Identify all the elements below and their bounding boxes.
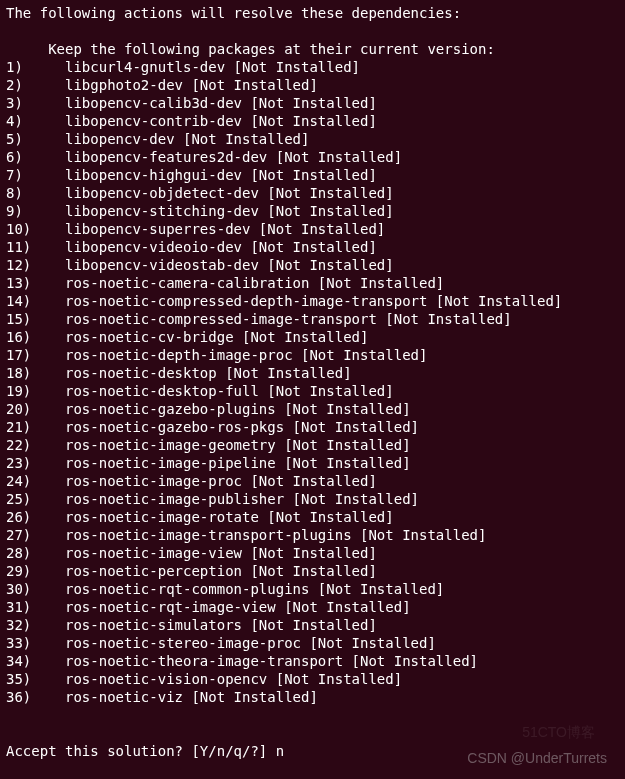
- watermark-blog: 51CTO博客: [522, 723, 595, 741]
- package-line: 8) libopencv-objdetect-dev [Not Installe…: [6, 184, 619, 202]
- terminal-output: The following actions will resolve these…: [6, 4, 619, 706]
- package-line: 6) libopencv-features2d-dev [Not Install…: [6, 148, 619, 166]
- package-line: 27) ros-noetic-image-transport-plugins […: [6, 526, 619, 544]
- package-line: 19) ros-noetic-desktop-full [Not Install…: [6, 382, 619, 400]
- package-line: 30) ros-noetic-rqt-common-plugins [Not I…: [6, 580, 619, 598]
- package-line: 26) ros-noetic-image-rotate [Not Install…: [6, 508, 619, 526]
- blank-line: [6, 22, 619, 40]
- package-line: 22) ros-noetic-image-geometry [Not Insta…: [6, 436, 619, 454]
- package-line: 23) ros-noetic-image-pipeline [Not Insta…: [6, 454, 619, 472]
- package-line: 3) libopencv-calib3d-dev [Not Installed]: [6, 94, 619, 112]
- package-line: 31) ros-noetic-rqt-image-view [Not Insta…: [6, 598, 619, 616]
- package-line: 9) libopencv-stitching-dev [Not Installe…: [6, 202, 619, 220]
- package-line: 1) libcurl4-gnutls-dev [Not Installed]: [6, 58, 619, 76]
- package-line: 12) libopencv-videostab-dev [Not Install…: [6, 256, 619, 274]
- package-line: 29) ros-noetic-perception [Not Installed…: [6, 562, 619, 580]
- package-line: 32) ros-noetic-simulators [Not Installed…: [6, 616, 619, 634]
- package-line: 11) libopencv-videoio-dev [Not Installed…: [6, 238, 619, 256]
- package-line: 13) ros-noetic-camera-calibration [Not I…: [6, 274, 619, 292]
- package-line: 10) libopencv-superres-dev [Not Installe…: [6, 220, 619, 238]
- keep-header-line: Keep the following packages at their cur…: [6, 40, 619, 58]
- package-line: 28) ros-noetic-image-view [Not Installed…: [6, 544, 619, 562]
- package-line: 35) ros-noetic-vision-opencv [Not Instal…: [6, 670, 619, 688]
- package-line: 4) libopencv-contrib-dev [Not Installed]: [6, 112, 619, 130]
- package-line: 17) ros-noetic-depth-image-proc [Not Ins…: [6, 346, 619, 364]
- package-line: 2) libgphoto2-dev [Not Installed]: [6, 76, 619, 94]
- package-line: 25) ros-noetic-image-publisher [Not Inst…: [6, 490, 619, 508]
- package-line: 34) ros-noetic-theora-image-transport [N…: [6, 652, 619, 670]
- package-line: 36) ros-noetic-viz [Not Installed]: [6, 688, 619, 706]
- package-line: 15) ros-noetic-compressed-image-transpor…: [6, 310, 619, 328]
- accept-prompt[interactable]: Accept this solution? [Y/n/q/?] n: [6, 742, 619, 760]
- intro-line: The following actions will resolve these…: [6, 4, 619, 22]
- package-line: 24) ros-noetic-image-proc [Not Installed…: [6, 472, 619, 490]
- package-line: 18) ros-noetic-desktop [Not Installed]: [6, 364, 619, 382]
- prompt-input-value[interactable]: n: [276, 743, 284, 759]
- package-line: 20) ros-noetic-gazebo-plugins [Not Insta…: [6, 400, 619, 418]
- prompt-label: Accept this solution? [Y/n/q/?]: [6, 743, 276, 759]
- package-list: 1) libcurl4-gnutls-dev [Not Installed]2)…: [6, 58, 619, 706]
- package-line: 33) ros-noetic-stereo-image-proc [Not In…: [6, 634, 619, 652]
- package-line: 16) ros-noetic-cv-bridge [Not Installed]: [6, 328, 619, 346]
- package-line: 5) libopencv-dev [Not Installed]: [6, 130, 619, 148]
- package-line: 7) libopencv-highgui-dev [Not Installed]: [6, 166, 619, 184]
- package-line: 14) ros-noetic-compressed-depth-image-tr…: [6, 292, 619, 310]
- package-line: 21) ros-noetic-gazebo-ros-pkgs [Not Inst…: [6, 418, 619, 436]
